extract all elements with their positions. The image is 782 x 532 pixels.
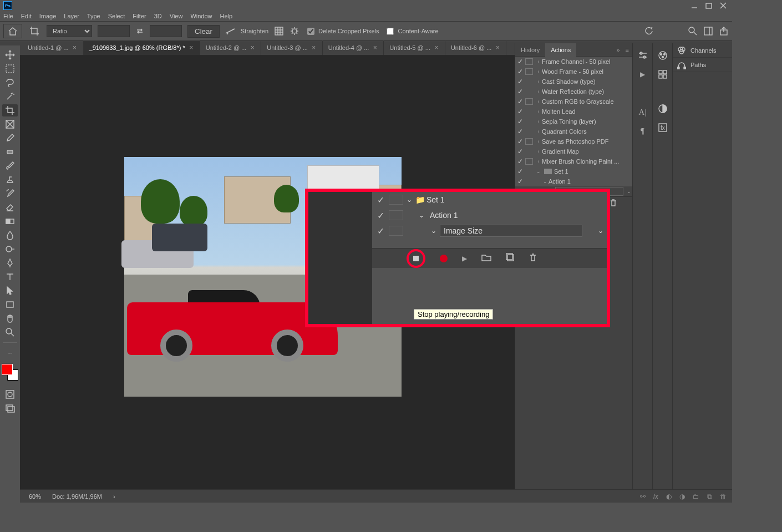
document-tab[interactable]: Untitled-3 @ ...× [261, 40, 323, 55]
menu-help[interactable]: Help [220, 13, 233, 19]
minimize-button[interactable] [689, 2, 700, 9]
trash-icon[interactable] [610, 199, 617, 208]
history-tab[interactable]: History [515, 43, 545, 57]
folder-icon[interactable] [481, 254, 491, 263]
menu-window[interactable]: Window [190, 13, 212, 19]
crop-height-input[interactable] [150, 25, 182, 37]
document-tab[interactable]: Untitled-5 @ ...× [384, 40, 445, 55]
menu-layer[interactable]: Layer [64, 13, 79, 19]
swap-dimensions-icon[interactable] [135, 27, 144, 36]
record-button[interactable] [440, 255, 448, 262]
color-swatches[interactable] [2, 364, 18, 381]
eyedropper-tool[interactable] [2, 132, 18, 144]
play-icon[interactable]: ▶ [462, 255, 467, 262]
paragraph-panel-icon[interactable]: ¶ [637, 125, 648, 136]
panel-menu-icon[interactable]: ≡ [622, 47, 632, 53]
magic-wand-tool[interactable] [2, 90, 18, 103]
document-tab[interactable]: Untitled-2 @ ...× [200, 40, 262, 55]
properties-icon[interactable] [637, 50, 648, 61]
document-tab[interactable]: Untitled-6 @ ...× [445, 40, 507, 55]
type-tool[interactable] [2, 271, 18, 283]
new-group-icon[interactable]: 🗀 [693, 493, 699, 500]
clone-stamp-tool[interactable] [2, 174, 18, 186]
zoom-level[interactable]: 60% [29, 493, 41, 500]
quick-mask-button[interactable] [2, 388, 18, 401]
pen-tool[interactable] [2, 257, 18, 269]
gradient-tool[interactable] [2, 215, 18, 227]
paths-panel-button[interactable]: Paths [673, 58, 732, 72]
crop-width-input[interactable] [98, 25, 130, 37]
path-selection-tool[interactable] [2, 285, 18, 297]
maximize-button[interactable] [703, 2, 714, 9]
close-icon[interactable]: × [372, 45, 378, 50]
swatches-panel-icon[interactable] [657, 69, 668, 80]
hand-tool[interactable] [2, 312, 18, 325]
menu-edit[interactable]: Edit [21, 13, 32, 19]
crop-settings-icon[interactable] [290, 26, 299, 36]
search-icon[interactable] [688, 26, 698, 36]
menu-select[interactable]: Select [108, 13, 125, 19]
straighten-icon[interactable] [225, 26, 235, 36]
actions-tab[interactable]: Actions [545, 43, 576, 57]
workspace-icon[interactable] [703, 26, 713, 36]
delete-layer-icon[interactable]: 🗑 [720, 493, 727, 500]
screen-mode-button[interactable] [2, 402, 18, 414]
new-action-icon[interactable] [506, 253, 515, 264]
close-icon[interactable]: × [72, 45, 78, 50]
new-layer-icon[interactable]: ⧉ [707, 493, 712, 500]
styles-panel-icon[interactable]: fx [657, 122, 668, 133]
menu-type[interactable]: Type [87, 13, 100, 19]
marquee-tool[interactable] [2, 63, 18, 75]
fill-adjust-icon[interactable]: ◑ [679, 493, 685, 500]
share-icon[interactable] [719, 26, 729, 36]
play-panel-icon[interactable]: ▶ [637, 69, 648, 80]
channels-panel-button[interactable]: Channels [673, 43, 732, 58]
adjustments-panel-icon[interactable] [657, 103, 668, 114]
blur-tool[interactable] [2, 229, 18, 241]
character-panel-icon[interactable]: A| [637, 107, 648, 118]
close-window-button[interactable] [718, 2, 729, 9]
clear-button[interactable]: Clear [187, 25, 220, 38]
menu-filter[interactable]: Filter [133, 13, 146, 19]
content-aware-checkbox[interactable]: Content-Aware [384, 26, 438, 37]
overlay-grid-icon[interactable] [274, 26, 284, 36]
actions-list[interactable]: ✓›Frame Channel - 50 pixel ✓›Wood Frame … [515, 57, 632, 196]
stop-recording-button[interactable] [407, 249, 425, 268]
history-brush-tool[interactable] [2, 188, 18, 200]
close-icon[interactable]: × [495, 45, 500, 50]
menu-image[interactable]: Image [39, 13, 57, 19]
crop-tool[interactable] [2, 104, 18, 116]
close-icon[interactable]: × [189, 45, 194, 50]
zoom-tool[interactable] [2, 326, 18, 338]
close-icon[interactable]: × [434, 45, 439, 50]
eraser-tool[interactable] [2, 201, 18, 214]
doc-info[interactable]: Doc: 1,96M/1,96M [52, 493, 102, 500]
status-chevron-icon[interactable]: › [113, 493, 115, 500]
document-tab[interactable]: Untitled-1 @ ...× [22, 40, 84, 55]
brush-tool[interactable] [2, 160, 18, 172]
close-icon[interactable]: × [250, 45, 255, 50]
move-tool[interactable] [2, 49, 18, 61]
trash-icon[interactable] [529, 253, 537, 264]
crop-ratio-select[interactable]: Ratio [47, 25, 92, 37]
dodge-tool[interactable] [2, 243, 18, 255]
color-panel-icon[interactable] [657, 50, 668, 61]
panel-expand-icon[interactable]: » [614, 47, 622, 53]
frame-tool[interactable] [2, 118, 18, 130]
crop-tool-icon[interactable] [28, 24, 41, 38]
link-layers-icon[interactable]: ⚯ [640, 493, 646, 500]
close-icon[interactable]: × [311, 45, 317, 50]
fx-icon[interactable]: fx [653, 493, 658, 500]
reset-icon[interactable] [644, 26, 654, 36]
delete-cropped-checkbox[interactable]: Delete Cropped Pixels [305, 26, 379, 37]
home-button[interactable] [3, 24, 22, 38]
menu-3d[interactable]: 3D [154, 13, 162, 19]
mask-icon[interactable]: ◐ [666, 493, 672, 500]
document-tab[interactable]: _9109633_1.jpg @ 60% (RGB/8*) *× [84, 40, 200, 55]
lasso-tool[interactable] [2, 77, 18, 89]
menu-view[interactable]: View [170, 13, 183, 19]
document-tab[interactable]: Untitled-4 @ ...× [323, 40, 384, 55]
rectangle-tool[interactable] [2, 298, 18, 311]
menu-file[interactable]: File [3, 13, 13, 19]
healing-brush-tool[interactable] [2, 146, 18, 158]
